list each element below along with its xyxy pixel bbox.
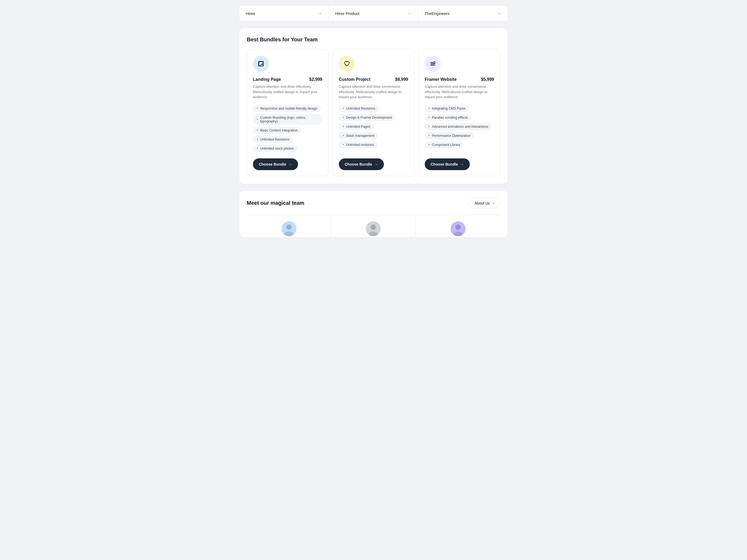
sparkle-icon: ✦ [428,116,430,119]
feature-tag: ✦ Basic Content Integration [253,127,301,134]
team-card-member-1 [247,215,331,237]
svg-point-14 [285,232,293,236]
feature-label: Advanced animations and interactions [432,125,488,129]
top-link-label-hirex-product: Hirex Product [335,11,359,16]
svg-point-15 [370,224,376,230]
top-link-label-the-engineers: TheEngineers [425,11,449,16]
sparkle-icon: ✦ [256,129,259,132]
bundles-section: Best Bundles for Your Team Landing Page … [239,28,508,184]
svg-point-13 [286,224,291,230]
top-link-arrow-icon-the-engineers: → [497,11,501,16]
feature-tag: ✦ Advanced animations and interactions [425,123,491,130]
top-link-hirex[interactable]: Hirex → [239,6,329,21]
top-links-row: Hirex → Hirex Product → TheEngineers → [239,5,508,21]
bundle-name-framer-website: Framer Website [425,77,457,82]
feature-tag: ✦ Component Library [425,141,463,148]
bundle-name-custom-project: Custom Project [339,77,370,82]
avatar-member-2 [366,221,381,236]
avatar-member-3 [450,221,466,236]
top-link-label-hirex: Hirex [246,11,255,16]
feature-tag: ✦ Unlimited Revisions [253,136,293,143]
feature-tag: ✦ Responsive and mobile-friendly design [253,105,321,112]
choose-bundle-label-landing-page: Choose Bundle [259,162,286,166]
top-link-the-engineers[interactable]: TheEngineers → [418,6,508,21]
choose-bundle-label-framer-website: Choose Bundle [431,162,458,166]
team-card-member-2 [331,215,416,237]
choose-bundle-arrow-icon-landing-page: → [288,162,292,166]
feature-label: Design & Framer Development [346,116,392,119]
svg-point-18 [454,232,462,236]
bundle-header-landing-page: Landing Page $2,999 [253,77,322,82]
bundle-header-custom-project: Custom Project $8,999 [339,77,408,82]
svg-point-16 [369,232,378,236]
sparkle-icon: ✦ [256,138,259,141]
about-us-button[interactable]: About Us → [469,198,500,208]
sparkle-icon: ✦ [342,116,344,119]
bundles-title: Best Bundles for Your Team [247,36,500,43]
sparkle-icon: ✦ [342,143,344,146]
sparkle-icon: ✦ [428,107,430,110]
feature-tag: ✦ Parallax scrolling effects [425,114,471,121]
choose-bundle-label-custom-project: Choose Bundle [345,162,372,166]
about-us-label: About Us [474,201,490,205]
top-link-arrow-icon-hirex: → [318,11,322,16]
sparkle-icon: ✦ [256,107,259,110]
bundle-icon-custom-project [339,56,355,72]
svg-rect-9 [430,65,435,65]
sparkle-icon: ✦ [256,146,259,150]
sparkle-icon: ✦ [428,125,430,128]
feature-label: Component Library [432,143,460,146]
choose-bundle-arrow-icon-framer-website: → [460,162,464,166]
feature-tag: ✦ Design & Framer Development [339,114,395,121]
feature-tag: ✦ Unlimited revisions [339,141,377,148]
bundle-header-framer-website: Framer Website $5,999 [425,77,494,82]
feature-label: Unlimited stock photos [260,146,294,151]
bundle-name-landing-page: Landing Page [253,77,281,82]
feature-tag: ✦ Performance Optimization [425,132,474,139]
about-us-arrow-icon: → [491,201,495,205]
feature-tag: ✦ Unlimited stock photos [253,145,297,152]
feature-label: Basic Content Integration [260,129,298,132]
team-section: Meet our magical team About Us → [239,190,508,238]
svg-point-17 [456,224,461,230]
feature-label: Parallax scrolling effects [432,116,468,119]
choose-bundle-arrow-icon-custom-project: → [374,162,378,166]
team-header: Meet our magical team About Us → [247,198,500,208]
sparkle-icon: ✦ [256,117,259,121]
sparkle-icon: ✦ [342,134,344,137]
feature-label: Slack management [346,134,375,138]
feature-label: Unlimited Revisions [260,138,289,141]
bundle-desc-framer-website: Capture attention and drive conversions … [425,84,494,100]
bundle-icon-framer-website [425,56,441,72]
bundle-desc-custom-project: Capture attention and drive conversions … [339,84,408,100]
feature-tag: ✦ Unlimited Pages [339,123,374,130]
feature-label: Unlimited revisions [346,143,374,146]
feature-label: Unlimited Pages [346,125,370,129]
svg-rect-3 [259,64,261,65]
feature-label: Performance Optimization [432,134,471,138]
feature-label: Unlimited Revisions [346,107,376,110]
choose-bundle-button-custom-project[interactable]: Choose Bundle → [339,158,384,170]
bundle-card-custom-project: Custom Project $8,999 Capture attention … [333,49,414,176]
bundles-grid: Landing Page $2,999 Capture attention an… [247,49,500,176]
svg-marker-5 [261,64,262,65]
sparkle-icon: ✦ [342,125,344,128]
team-title: Meet our magical team [247,200,304,206]
sparkle-icon: ✦ [428,143,430,146]
bundle-price-landing-page: $2,999 [309,77,322,82]
bundle-desc-landing-page: Capture attention and drive effectively.… [253,84,322,100]
feature-label: Integrating CMS Panel [432,107,466,110]
bundle-features-landing-page: ✦ Responsive and mobile-friendly design … [253,105,322,152]
bundle-features-custom-project: ✦ Unlimited Revisions ✦ Design & Framer … [339,105,408,152]
top-link-hirex-product[interactable]: Hirex Product → [329,6,418,21]
feature-label: Responsive and mobile-friendly design [260,107,317,110]
feature-tag: ✦ Custom Branding (logo, colors, typogra… [253,114,322,125]
bundle-price-framer-website: $5,999 [481,77,494,82]
avatar-member-1 [281,221,297,236]
bundle-price-custom-project: $8,999 [395,77,408,82]
choose-bundle-button-landing-page[interactable]: Choose Bundle → [253,158,298,170]
choose-bundle-button-framer-website[interactable]: Choose Bundle → [425,158,470,170]
sparkle-icon: ✦ [342,107,344,110]
bundle-card-framer-website: Framer Website $5,999 Capture attention … [419,49,500,176]
bundle-icon-landing-page [253,56,269,72]
